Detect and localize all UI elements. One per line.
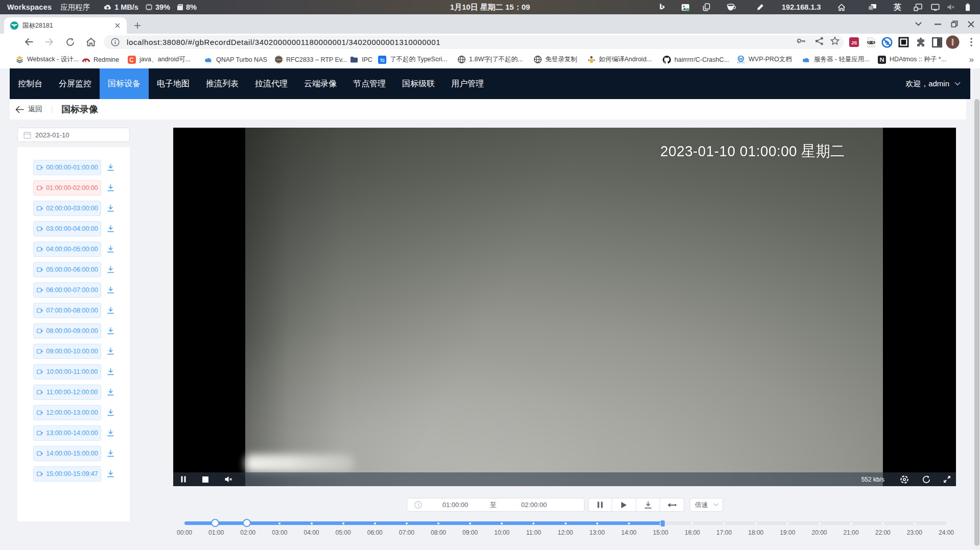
timeline-end-handle[interactable] [243, 519, 251, 527]
window-minimize-button[interactable] [929, 14, 946, 34]
clipboard-tray-icon[interactable] [703, 0, 710, 14]
nav-item-5[interactable]: 拉流代理 [247, 68, 296, 99]
seek-button[interactable] [660, 498, 684, 512]
date-picker-input[interactable]: 2023-01-10 [17, 128, 130, 142]
bing-tray-icon[interactable] [659, 0, 666, 14]
time-range-picker[interactable]: 01:00:00 至 02:00:00 [407, 498, 585, 512]
record-button-5[interactable]: 05:00:00-06:00:00 [33, 262, 101, 277]
speed-select[interactable]: 倍速 [690, 498, 723, 512]
bookmark-item-3[interactable]: QNAP Turbo NAS [204, 51, 267, 68]
download-button[interactable] [636, 498, 660, 512]
extension-js-icon[interactable]: JS [848, 36, 860, 49]
extension-adblock-icon[interactable] [880, 36, 893, 49]
record-download-icon-1[interactable] [107, 184, 115, 192]
address-bar[interactable]: localhost:38080/#/gbRecordDetail/3402000… [104, 35, 844, 49]
password-key-icon[interactable] [797, 36, 806, 45]
extension-useragent-icon[interactable] [865, 36, 877, 49]
record-button-12[interactable]: 12:00:00-13:00:00 [33, 405, 101, 420]
timeline-slider[interactable] [184, 521, 946, 525]
user-menu[interactable]: 欢迎，admin [905, 68, 961, 99]
bookmark-item-2[interactable]: java、android可... [128, 51, 191, 68]
reload-icon[interactable] [63, 35, 77, 49]
player-pause-icon[interactable] [180, 472, 187, 486]
timeline-position-marker[interactable] [661, 520, 665, 527]
bookmark-star-icon[interactable] [830, 36, 839, 45]
bookmark-item-12[interactable]: 服务器 - 轻量应用... [802, 51, 870, 68]
record-download-icon-0[interactable] [107, 163, 115, 172]
nav-item-6[interactable]: 云端录像 [296, 68, 345, 99]
monitor-tray-icon[interactable] [931, 0, 940, 14]
nav-item-7[interactable]: 节点管理 [345, 68, 394, 99]
nav-item-2[interactable]: 国标设备 [100, 68, 149, 99]
player-snapshot-icon[interactable] [900, 472, 908, 486]
record-button-10[interactable]: 10:00:00-11:00:00 [33, 364, 101, 379]
record-download-icon-9[interactable] [107, 347, 115, 355]
record-button-7[interactable]: 07:00:00-08:00:00 [33, 303, 101, 318]
record-download-icon-6[interactable] [107, 286, 115, 294]
new-tab-button[interactable] [131, 19, 144, 32]
site-info-icon[interactable] [110, 38, 120, 47]
share-icon[interactable] [814, 36, 824, 45]
record-button-0[interactable]: 00:00:00-01:00:00 [33, 160, 101, 175]
record-button-3[interactable]: 03:00:00-04:00:00 [33, 221, 101, 236]
screenshot-tray-icon[interactable] [681, 0, 690, 14]
nav-item-0[interactable]: 控制台 [10, 68, 51, 99]
start-time-value[interactable]: 01:00:00 [422, 501, 488, 509]
record-download-icon-5[interactable] [107, 266, 115, 274]
volume-muted-tray-icon[interactable] [947, 0, 955, 14]
battery-tray-icon[interactable] [965, 0, 970, 14]
extension-darkreader-icon[interactable] [897, 36, 910, 49]
player-refresh-icon[interactable] [922, 472, 930, 486]
timeline-start-handle[interactable] [211, 519, 219, 527]
tab-close-icon[interactable] [113, 21, 122, 30]
windows-tray-icon[interactable] [868, 0, 877, 14]
record-button-2[interactable]: 02:00:00-03:00:00 [33, 201, 101, 216]
bookmark-item-1[interactable]: Redmine [82, 51, 119, 68]
record-download-icon-7[interactable] [107, 306, 115, 315]
picker-tray-icon[interactable] [756, 0, 764, 14]
bookmark-item-7[interactable]: 1.8W字|了不起的... [457, 51, 523, 68]
ip-address[interactable]: 192.168.1.3 [782, 0, 821, 14]
bookmark-item-4[interactable]: RFC2833 – RTP Ev... [274, 51, 347, 68]
forward-icon[interactable] [42, 35, 56, 49]
record-button-11[interactable]: 11:00:00-12:00:00 [33, 385, 101, 400]
profile-avatar[interactable] [946, 35, 960, 49]
record-button-15[interactable]: 15:00:00-15:09:47 [33, 466, 101, 482]
end-time-value[interactable]: 02:00:00 [501, 501, 567, 509]
pause-button[interactable] [588, 498, 612, 512]
home-icon[interactable] [84, 35, 98, 49]
nav-item-4[interactable]: 推流列表 [198, 68, 247, 99]
record-button-4[interactable]: 04:00:00-05:00:00 [33, 242, 101, 257]
coffee-tray-icon[interactable] [727, 0, 736, 14]
back-icon[interactable] [21, 35, 36, 49]
browser-menu-kebab-icon[interactable] [965, 36, 977, 49]
record-button-6[interactable]: 06:00:00-07:00:00 [33, 282, 101, 298]
bookmark-item-9[interactable]: 如何编译Android... [587, 51, 652, 68]
player-mute-icon[interactable] [224, 472, 233, 486]
bookmark-item-11[interactable]: WVP-PROWVP-PRO文档 [737, 51, 792, 68]
scrollbar-thumb[interactable] [974, 99, 979, 546]
back-button[interactable]: 返回 [15, 105, 42, 114]
extensions-puzzle-icon[interactable] [914, 36, 927, 49]
record-button-8[interactable]: 08:00:00-09:00:00 [33, 323, 101, 339]
record-download-icon-8[interactable] [107, 327, 115, 335]
bookmark-item-0[interactable]: Webstack - 设计... [15, 51, 79, 68]
play-button[interactable] [612, 498, 636, 512]
record-download-icon-2[interactable] [107, 204, 115, 212]
bookmark-item-6[interactable]: 知了不起的 TypeScri... [378, 51, 448, 68]
bookmark-item-5[interactable]: IPC [350, 51, 372, 68]
bookmark-item-13[interactable]: HDAtmos :: 种子 *... [878, 51, 946, 68]
window-close-button[interactable] [963, 14, 978, 34]
player-stop-icon[interactable] [202, 472, 209, 486]
record-download-icon-13[interactable] [107, 429, 115, 437]
displays-tray-icon[interactable] [914, 0, 922, 14]
nav-item-8[interactable]: 国标级联 [394, 68, 443, 99]
page-scrollbar[interactable] [973, 68, 980, 550]
video-player[interactable]: 2023-01-10 01:00:00 星期二 552 kb/s [173, 128, 956, 486]
window-restore-button[interactable] [946, 14, 963, 34]
record-download-icon-4[interactable] [107, 245, 115, 253]
ime-indicator[interactable]: 英 [894, 0, 901, 14]
record-button-1[interactable]: 01:00:00-02:00:00 [33, 180, 101, 196]
bookmark-item-8[interactable]: 免登录复制 [533, 51, 577, 68]
nav-item-9[interactable]: 用户管理 [443, 68, 492, 99]
